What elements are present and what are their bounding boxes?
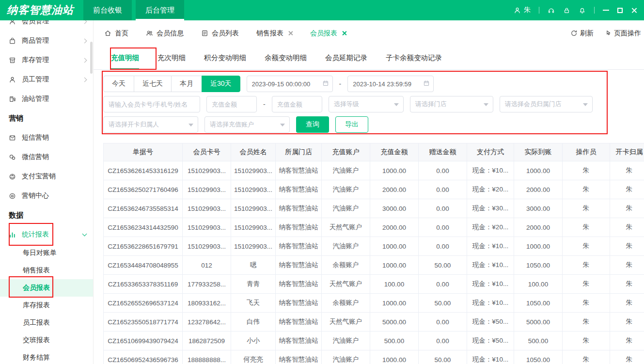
subtab-item[interactable]: 会员延期记录	[325, 46, 367, 69]
subtab-item[interactable]: 余额变动明细	[265, 46, 307, 69]
nav-tab[interactable]: 会员列表	[201, 29, 239, 38]
lock-icon[interactable]	[563, 7, 570, 14]
sidebar-item[interactable]: 员工管理	[0, 70, 93, 89]
quick-range-button[interactable]: 近七天	[134, 76, 172, 92]
table-cell: 青青	[231, 275, 276, 294]
table-cell: 汽油账户	[322, 180, 370, 199]
header-nav-tab[interactable]: 后台管理	[136, 0, 184, 20]
main-content: 首页会员信息会员列表销售报表会员报表 刷新 页面操作 充值明细充次明细积分变动明…	[94, 20, 644, 364]
store-select[interactable]: 请选择门店	[410, 96, 493, 112]
app-logo: 纳客智慧油站	[0, 0, 83, 20]
table-cell: 朱	[563, 350, 610, 364]
subtab-active[interactable]: 充值明细	[111, 46, 139, 69]
pointer-icon	[604, 30, 612, 37]
table-cell: 纳客智慧油站	[276, 256, 322, 275]
sidebar-item[interactable]: 支付宝营销	[0, 167, 93, 186]
search-button[interactable]: 查询	[296, 116, 329, 133]
quick-range-button[interactable]: 本月	[171, 76, 202, 92]
column-header: 会员姓名	[231, 143, 276, 161]
subtab-item[interactable]: 子卡余额变动记录	[386, 46, 442, 69]
tab-close-icon[interactable]	[288, 31, 293, 35]
column-header: 充值金额	[370, 143, 419, 161]
sidebar-item[interactable]: 微信营销	[0, 147, 93, 167]
staff-icon	[9, 76, 17, 84]
table-cell: 100.00	[370, 275, 419, 294]
export-button[interactable]: 导出	[335, 116, 368, 133]
chevron-right-icon	[82, 38, 87, 43]
maximize-button[interactable]	[617, 8, 623, 13]
table-cell: 纳客智慧油站	[276, 275, 322, 294]
table-cell: 151029903...	[231, 199, 276, 218]
tab-close-icon[interactable]	[342, 31, 346, 35]
minimize-icon	[603, 10, 609, 11]
sidebar-subitem[interactable]: 财务结算	[0, 349, 93, 364]
sidebar-item-label: 库存管理	[22, 56, 49, 64]
user-menu[interactable]: 朱	[514, 6, 531, 15]
card-owner-select[interactable]: 请选择开卡归属人	[103, 116, 198, 133]
sidebar-subitem[interactable]: 销售报表	[0, 262, 93, 279]
wechat-icon	[9, 153, 17, 161]
minimize-button[interactable]	[603, 10, 609, 11]
sidebar-item[interactable]: 商品管理	[0, 31, 93, 50]
table-cell: 500.00	[514, 332, 563, 350]
column-header: 会员卡号	[183, 143, 231, 161]
table-cell: CZ16536234314432590	[104, 218, 183, 237]
sidebar-subitem[interactable]: 员工报表	[0, 314, 93, 332]
caret-down-icon	[394, 103, 399, 106]
sidebar-item-label: 统计报表	[22, 230, 49, 239]
table-cell: 151029903...	[183, 218, 231, 237]
sidebar-subitem[interactable]: 交班报表	[0, 332, 93, 349]
card-owner-select-placeholder: 请选择开卡归属人	[109, 120, 159, 129]
nav-tab[interactable]: 会员报表	[310, 29, 346, 38]
table-cell: 2000.00	[370, 218, 419, 237]
date-to-input[interactable]	[347, 76, 434, 92]
users-icon	[146, 30, 153, 37]
sidebar-scrollbar[interactable]	[90, 42, 93, 74]
table-cell: 纳客智慧油站	[276, 313, 322, 332]
date-to-field	[347, 76, 434, 92]
member-search-input[interactable]	[103, 96, 200, 112]
amount-min-input[interactable]	[206, 96, 257, 112]
sidebar-item[interactable]: 统计报表	[0, 225, 93, 244]
sidebar-item-label: 会员管理	[22, 20, 49, 26]
level-select[interactable]: 选择等级	[329, 96, 404, 112]
table-cell: 朱	[610, 275, 644, 294]
subtab-item[interactable]: 充次明细	[157, 46, 186, 69]
table-cell: 纳客智慧油站	[276, 161, 322, 180]
quick-range-button[interactable]: 今天	[103, 76, 134, 92]
nav-tab[interactable]: 首页	[104, 29, 128, 38]
close-button[interactable]	[631, 7, 637, 14]
sidebar-item[interactable]: 短信营销	[0, 128, 93, 147]
recharge-account-select[interactable]: 请选择充值账户	[204, 116, 290, 133]
quick-range-button[interactable]: 近30天	[202, 76, 240, 92]
date-from-input[interactable]	[247, 76, 333, 92]
nav-tab[interactable]: 销售报表	[256, 29, 293, 38]
sidebar-subitem[interactable]: 会员报表	[0, 279, 93, 297]
quick-range-group: 今天近七天本月近30天	[103, 76, 240, 92]
table-cell: 纳客智慧油站	[276, 199, 322, 218]
table-cell: 纳客智慧油站	[276, 180, 322, 199]
sidebar-item[interactable]: 营销中心	[0, 186, 93, 206]
sidebar-item[interactable]: 会员管理	[0, 20, 93, 31]
app-header: 纳客智慧油站 前台收银后台管理 朱	[0, 0, 644, 20]
table-cell: 朱	[610, 332, 644, 350]
header-nav-tab[interactable]: 前台收银	[83, 0, 132, 20]
page-ops-button[interactable]: 页面操作	[604, 29, 641, 38]
table-cell: 1050.00	[514, 256, 563, 275]
amount-max-input[interactable]	[272, 96, 322, 112]
sms-icon	[9, 134, 17, 142]
sidebar-subitem[interactable]: 每日对账单	[0, 244, 93, 262]
subtab-item[interactable]: 积分变动明细	[204, 46, 246, 69]
sidebar-item[interactable]: 库存管理	[0, 50, 93, 70]
refresh-button[interactable]: 刷新	[570, 29, 594, 38]
nav-tab[interactable]: 会员信息	[146, 29, 184, 38]
table-cell: CZ16510699439079424	[104, 332, 183, 350]
headset-icon[interactable]	[548, 7, 555, 14]
table-cell: 0.00	[419, 199, 467, 218]
bell-icon[interactable]	[579, 7, 586, 14]
sidebar-subitem[interactable]: 库存报表	[0, 297, 93, 314]
maximize-icon	[617, 8, 623, 13]
refresh-label: 刷新	[580, 29, 594, 38]
member-store-select[interactable]: 请选择会员归属门店	[500, 96, 593, 112]
sidebar-item[interactable]: 油站管理	[0, 89, 93, 109]
